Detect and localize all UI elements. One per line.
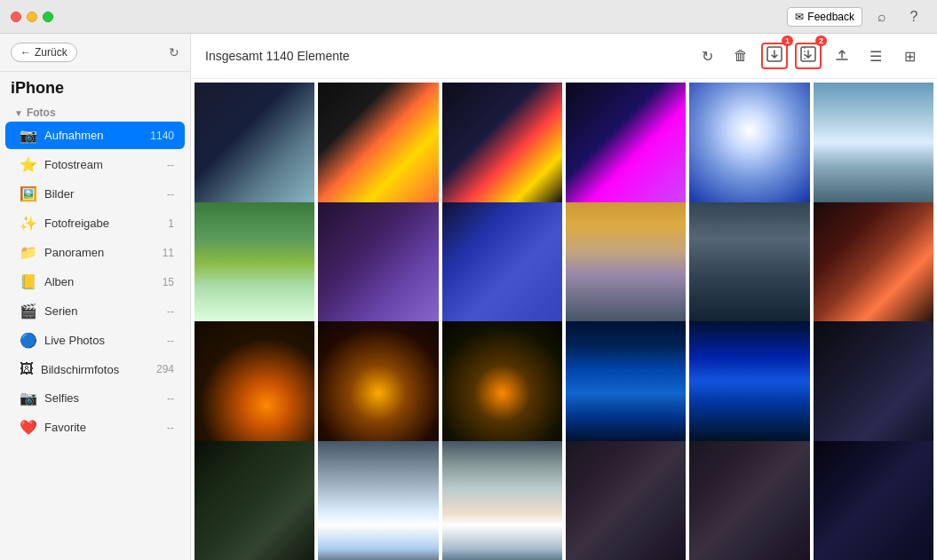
sidebar-item-favorite[interactable]: ❤️ Favorite -- <box>5 414 185 441</box>
fotofreigabe-count: 1 <box>168 217 174 230</box>
device-title: iPhone <box>0 72 190 101</box>
feedback-button[interactable]: ✉ Feedback <box>787 7 862 27</box>
photo-cell[interactable] <box>442 321 562 441</box>
back-button[interactable]: ← Zurück <box>11 43 77 62</box>
feedback-label: Feedback <box>807 11 854 23</box>
feedback-icon: ✉ <box>795 11 804 23</box>
photo-cell[interactable] <box>318 83 438 202</box>
sidebar-item-serien[interactable]: 🎬 Serien -- <box>5 297 185 325</box>
maximize-button[interactable] <box>43 12 53 22</box>
sidebar-item-selfies[interactable]: 📷 Selfies -- <box>5 384 185 412</box>
fotos-section-label: ▼ Fotos <box>0 101 190 121</box>
bilder-icon: 🖼️ <box>20 185 37 202</box>
sidebar-item-live-photos[interactable]: 🔵 Live Photos -- <box>5 327 185 354</box>
fotos-label: Fotos <box>27 106 56 119</box>
bildschirmfotos-icon: 🖼 <box>20 361 34 377</box>
import1-icon <box>766 46 782 66</box>
grid-icon: ⊞ <box>904 48 916 65</box>
import1-button[interactable] <box>761 43 788 69</box>
content-title: Insgesamt 1140 Elemente <box>205 49 687 63</box>
photo-cell[interactable] <box>318 321 438 441</box>
photo-cell[interactable] <box>195 321 314 441</box>
aufnahmen-icon: 📷 <box>20 127 37 144</box>
help-icon: ? <box>910 9 918 25</box>
back-arrow-icon: ← <box>20 46 31 59</box>
titlebar-right: ✉ Feedback ⌕ ? <box>787 4 926 29</box>
sidebar-item-bildschirmfotos[interactable]: 🖼 Bildschirmfotos 294 <box>5 356 185 383</box>
fotofreigabe-label: Fotofreigabe <box>44 217 161 230</box>
import2-icon <box>800 46 816 66</box>
sidebar-item-fotostream[interactable]: ⭐ Fotostream -- <box>5 151 185 178</box>
refresh-toolbar-icon: ↻ <box>702 48 713 65</box>
badge1: 1 <box>782 35 793 46</box>
bildschirmfotos-label: Bildschirmfotos <box>41 363 149 376</box>
photo-cell[interactable] <box>195 83 314 202</box>
photo-cell[interactable] <box>318 441 438 561</box>
photo-cell[interactable] <box>566 441 686 561</box>
list-icon: ☰ <box>870 48 882 65</box>
close-button[interactable] <box>11 12 21 22</box>
sidebar-item-aufnahmen[interactable]: 📷 Aufnahmen 1140 <box>5 122 185 149</box>
import2-container: 2 <box>795 43 822 69</box>
photo-cell[interactable] <box>442 441 562 561</box>
refresh-icon[interactable]: ↻ <box>169 45 179 59</box>
list-view-button[interactable]: ☰ <box>862 43 889 69</box>
delete-toolbar-button[interactable]: 🗑 <box>727 43 754 69</box>
photo-cell[interactable] <box>814 321 933 441</box>
sidebar-item-alben[interactable]: 📒 Alben 15 <box>5 268 185 296</box>
photo-cell[interactable] <box>689 202 809 322</box>
selfies-icon: 📷 <box>20 390 37 406</box>
traffic-lights <box>11 12 53 22</box>
search-icon: ⌕ <box>877 9 886 25</box>
panoramen-label: Panoramen <box>44 246 155 259</box>
photo-cell[interactable] <box>689 83 809 202</box>
alben-label: Alben <box>44 275 155 288</box>
photo-cell[interactable] <box>566 321 686 441</box>
aufnahmen-count: 1140 <box>150 130 174 142</box>
import2-button[interactable] <box>795 43 822 69</box>
fotostream-label: Fotostream <box>44 158 160 171</box>
photo-cell[interactable] <box>689 441 809 561</box>
photo-cell[interactable] <box>442 202 562 322</box>
photo-cell[interactable] <box>318 202 438 322</box>
photo-cell[interactable] <box>566 83 686 202</box>
panoramen-count: 11 <box>163 247 174 259</box>
sidebar-item-panoramen[interactable]: 📁 Panoramen 11 <box>5 239 185 266</box>
help-button[interactable]: ? <box>901 4 926 29</box>
search-button[interactable]: ⌕ <box>870 4 894 29</box>
photo-cell[interactable] <box>195 441 314 561</box>
photo-cell[interactable] <box>442 83 562 202</box>
minimize-button[interactable] <box>27 12 37 22</box>
sidebar: ← Zurück ↻ iPhone ▼ Fotos 📷 Aufnahmen 11… <box>0 34 191 560</box>
upload-button[interactable] <box>829 43 855 69</box>
main-layout: ← Zurück ↻ iPhone ▼ Fotos 📷 Aufnahmen 11… <box>0 34 937 560</box>
photo-cell[interactable] <box>814 202 933 322</box>
bildschirmfotos-count: 294 <box>156 363 174 375</box>
photo-cell[interactable] <box>689 321 809 441</box>
content-area: Insgesamt 1140 Elemente ↻ 🗑 1 <box>191 34 937 560</box>
fotostream-count: -- <box>167 159 174 171</box>
aufnahmen-label: Aufnahmen <box>44 129 143 142</box>
content-header: Insgesamt 1140 Elemente ↻ 🗑 1 <box>191 34 937 79</box>
badge2: 2 <box>815 35 827 46</box>
grid-view-button[interactable]: ⊞ <box>896 43 923 69</box>
back-label: Zurück <box>35 46 67 59</box>
sidebar-item-fotofreigabe[interactable]: ✨ Fotofreigabe 1 <box>5 209 185 237</box>
photo-cell[interactable] <box>566 202 686 322</box>
live-photos-icon: 🔵 <box>20 332 37 349</box>
selfies-label: Selfies <box>44 391 160 405</box>
live-photos-label: Live Photos <box>44 334 160 347</box>
delete-icon: 🗑 <box>734 48 748 64</box>
photo-cell[interactable] <box>814 83 933 202</box>
refresh-toolbar-button[interactable]: ↻ <box>694 43 720 69</box>
import1-container: 1 <box>761 43 788 69</box>
upload-icon <box>834 46 850 66</box>
photo-cell[interactable] <box>195 202 314 322</box>
chevron-icon: ▼ <box>14 108 23 118</box>
bilder-label: Bilder <box>44 187 160 201</box>
panoramen-icon: 📁 <box>20 244 37 261</box>
alben-icon: 📒 <box>20 273 37 290</box>
sidebar-item-bilder[interactable]: 🖼️ Bilder -- <box>5 180 185 208</box>
serien-label: Serien <box>44 304 160 318</box>
photo-cell[interactable] <box>814 441 933 561</box>
